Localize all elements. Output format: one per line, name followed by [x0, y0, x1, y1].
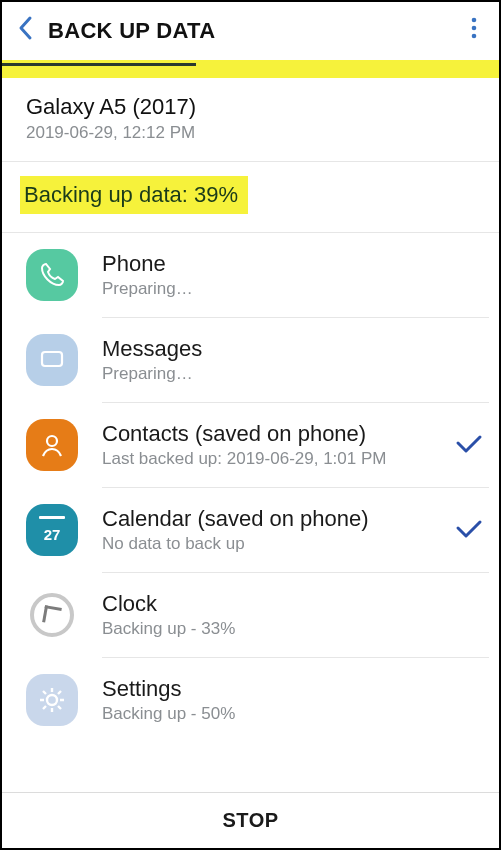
svg-point-0 [472, 18, 477, 23]
svg-rect-3 [42, 352, 62, 366]
item-sub: Preparing… [102, 364, 485, 384]
svg-point-2 [472, 34, 477, 39]
calendar-day: 27 [44, 526, 61, 543]
clock-icon [24, 587, 80, 643]
item-title: Messages [102, 336, 485, 362]
contacts-icon [24, 417, 80, 473]
item-sub: Backing up - 50% [102, 704, 485, 724]
device-name: Galaxy A5 (2017) [26, 94, 475, 120]
svg-point-5 [47, 695, 57, 705]
backup-items-list: Phone Preparing… Messages Preparing… Con… [2, 233, 499, 742]
calendar-icon: 27 [24, 502, 80, 558]
phone-icon [24, 247, 80, 303]
list-item[interactable]: Contacts (saved on phone) Last backed up… [2, 403, 499, 487]
svg-point-4 [47, 436, 57, 446]
list-item[interactable]: Settings Backing up - 50% [2, 658, 499, 742]
progress-fill [2, 63, 196, 66]
item-title: Contacts (saved on phone) [102, 421, 453, 447]
app-header: BACK UP DATA [2, 2, 499, 60]
item-sub: Backing up - 33% [102, 619, 485, 639]
footer-bar: STOP [2, 792, 499, 848]
settings-icon [24, 672, 80, 728]
check-icon [453, 429, 485, 461]
item-sub: Preparing… [102, 279, 485, 299]
back-icon[interactable] [16, 15, 48, 48]
svg-point-1 [472, 26, 477, 31]
item-title: Clock [102, 591, 485, 617]
list-item[interactable]: 27 Calendar (saved on phone) No data to … [2, 488, 499, 572]
list-item[interactable]: Phone Preparing… [2, 233, 499, 317]
more-icon[interactable] [463, 17, 485, 45]
backup-status: Backing up data: 39% [20, 176, 248, 214]
progress-highlight [2, 60, 499, 78]
status-section: Backing up data: 39% [2, 162, 499, 232]
page-title: BACK UP DATA [48, 18, 463, 44]
item-title: Phone [102, 251, 485, 277]
item-title: Calendar (saved on phone) [102, 506, 453, 532]
item-sub: Last backed up: 2019-06-29, 1:01 PM [102, 449, 453, 469]
list-item[interactable]: Messages Preparing… [2, 318, 499, 402]
device-info: Galaxy A5 (2017) 2019-06-29, 12:12 PM [2, 78, 499, 161]
item-title: Settings [102, 676, 485, 702]
item-sub: No data to back up [102, 534, 453, 554]
stop-button[interactable]: STOP [222, 809, 278, 832]
check-icon [453, 514, 485, 546]
device-timestamp: 2019-06-29, 12:12 PM [26, 123, 475, 143]
messages-icon [24, 332, 80, 388]
list-item[interactable]: Clock Backing up - 33% [2, 573, 499, 657]
